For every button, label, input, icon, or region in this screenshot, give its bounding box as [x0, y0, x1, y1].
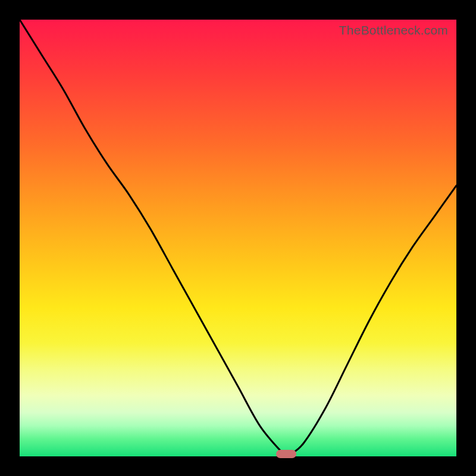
bottleneck-curve — [20, 20, 456, 456]
plot-area: TheBottleneck.com — [20, 20, 456, 456]
watermark-text: TheBottleneck.com — [339, 23, 448, 37]
optimum-marker — [276, 450, 296, 458]
chart-frame: TheBottleneck.com — [0, 0, 476, 476]
